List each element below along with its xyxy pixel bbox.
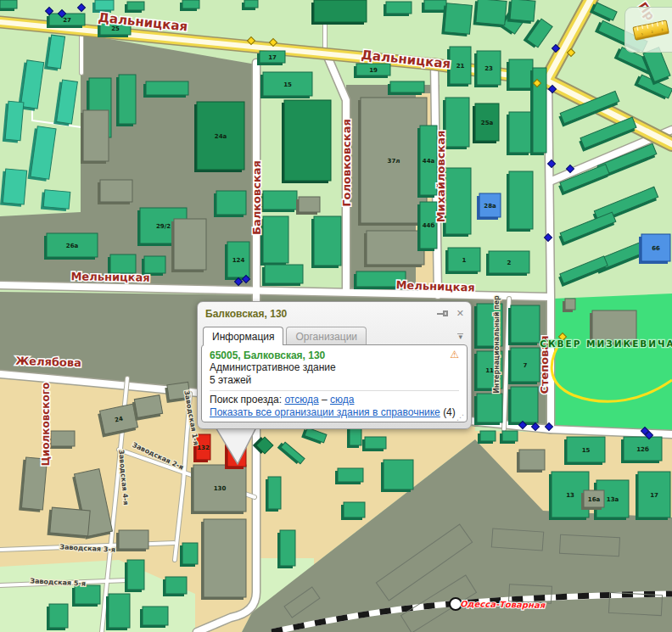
building[interactable]	[163, 577, 187, 596]
building[interactable]: 28а	[477, 193, 501, 220]
pin-icon[interactable]	[437, 310, 449, 318]
building[interactable]	[277, 530, 295, 568]
building[interactable]: 15	[260, 72, 312, 98]
warning-icon: ⚠	[450, 350, 459, 361]
building[interactable]: 15	[564, 437, 605, 465]
ruler-icon[interactable]: 123	[630, 15, 671, 44]
building[interactable]	[474, 394, 502, 425]
building[interactable]	[72, 585, 100, 607]
building[interactable]	[507, 112, 531, 155]
building[interactable]	[441, 3, 472, 36]
building[interactable]	[362, 437, 386, 451]
street-label: Циолковского	[40, 383, 52, 467]
building-number: 7	[524, 362, 528, 369]
building[interactable]	[384, 2, 412, 16]
building-number: 29/2	[156, 223, 171, 230]
building[interactable]	[48, 507, 91, 539]
building[interactable]: 19	[354, 64, 390, 78]
building[interactable]: 26а	[44, 233, 98, 260]
building[interactable]	[48, 431, 75, 449]
close-icon[interactable]: ✕	[456, 310, 464, 318]
building-number: 66	[652, 245, 660, 252]
map-application: 272524а29/226а124171537л44а44б19212325а2…	[0, 0, 672, 632]
building[interactable]	[98, 180, 132, 204]
building[interactable]	[341, 502, 365, 520]
building[interactable]: 17	[636, 472, 670, 520]
building[interactable]	[180, 0, 199, 11]
building[interactable]	[296, 197, 320, 215]
building[interactable]	[41, 189, 70, 211]
building[interactable]	[473, 0, 507, 27]
building[interactable]	[262, 265, 303, 286]
building[interactable]	[507, 171, 533, 232]
building[interactable]	[140, 607, 168, 628]
building[interactable]	[3, 101, 24, 143]
building[interactable]	[116, 75, 136, 126]
building[interactable]: 124	[225, 242, 249, 280]
building[interactable]	[507, 59, 533, 91]
building[interactable]	[381, 460, 413, 492]
tab-information[interactable]: Информация	[203, 327, 283, 345]
building[interactable]	[507, 0, 535, 24]
building[interactable]	[478, 431, 496, 444]
building[interactable]	[180, 543, 198, 567]
street-label: Желябова	[15, 355, 81, 370]
building[interactable]	[500, 431, 518, 444]
building[interactable]	[125, 560, 144, 592]
building[interactable]: 24а	[194, 102, 244, 172]
building[interactable]	[143, 81, 188, 98]
building-number: 44а	[423, 158, 435, 165]
building[interactable]: 37л	[358, 98, 427, 226]
building[interactable]: 23	[474, 51, 501, 87]
route-dash: –	[322, 394, 328, 405]
building[interactable]	[282, 100, 331, 183]
building-number: 15	[283, 81, 292, 88]
building[interactable]	[125, 2, 144, 13]
building[interactable]	[0, 169, 27, 207]
route-from-link[interactable]: отсюда	[284, 394, 318, 405]
building[interactable]	[422, 0, 446, 13]
building-number: 23	[484, 65, 493, 72]
building[interactable]	[335, 468, 363, 484]
building[interactable]: 66	[639, 234, 670, 264]
building[interactable]	[388, 81, 424, 95]
building[interactable]	[508, 305, 540, 345]
building[interactable]	[201, 519, 246, 600]
building[interactable]	[508, 387, 538, 425]
building[interactable]: 130	[191, 465, 246, 514]
building[interactable]: 17	[257, 51, 285, 65]
building[interactable]	[260, 191, 297, 212]
building[interactable]: 16а	[581, 490, 604, 510]
popup-header[interactable]: Балковская, 130 ✕	[198, 302, 471, 323]
building[interactable]: 1	[445, 248, 480, 274]
building-number: 124	[232, 257, 245, 264]
route-search-label: Поиск проезда:	[210, 394, 282, 405]
building[interactable]	[311, 216, 341, 268]
resize-grip[interactable]: ⋰	[456, 413, 464, 422]
building[interactable]: 7	[508, 348, 540, 384]
show-organizations-link[interactable]: Показать все организации здания в справо…	[210, 406, 440, 418]
measure-tool-panel[interactable]: 123	[624, 7, 672, 53]
building[interactable]	[517, 450, 545, 473]
building[interactable]	[311, 0, 367, 25]
route-to-link[interactable]: сюда	[330, 394, 354, 405]
building[interactable]: 25а	[473, 103, 499, 143]
building[interactable]	[0, 0, 17, 11]
building[interactable]	[81, 110, 109, 164]
building[interactable]	[116, 530, 148, 551]
building[interactable]: 12б	[621, 437, 662, 463]
building[interactable]: 21	[447, 47, 471, 87]
building[interactable]	[260, 216, 288, 266]
building[interactable]	[106, 594, 130, 630]
building-number: 12б	[636, 446, 649, 453]
building[interactable]	[47, 604, 68, 630]
chevron-down-icon[interactable]: ▾	[457, 333, 463, 340]
building[interactable]	[266, 477, 281, 512]
tab-organizations[interactable]: Организации	[286, 327, 367, 345]
street-label: Мельницкая	[70, 270, 149, 284]
building[interactable]	[364, 231, 424, 267]
building[interactable]	[171, 219, 206, 272]
building[interactable]: 2	[486, 251, 529, 276]
building[interactable]: 27	[47, 14, 85, 28]
building[interactable]	[214, 191, 246, 217]
